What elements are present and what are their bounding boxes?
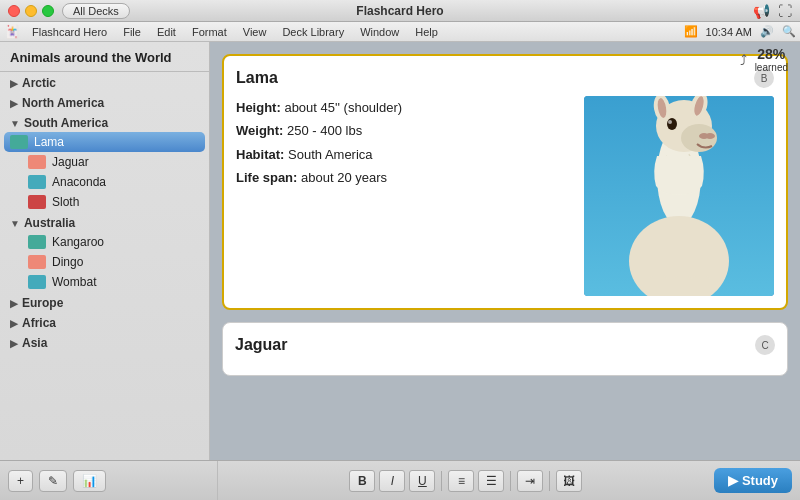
africa-label: Africa — [22, 316, 56, 330]
bold-button[interactable]: B — [349, 470, 375, 492]
menu-file[interactable]: File — [117, 25, 147, 39]
all-decks-button[interactable]: All Decks — [62, 3, 130, 19]
share-icon[interactable]: ⤴ — [740, 52, 747, 68]
traffic-lights — [8, 5, 54, 17]
time-display: 10:34 AM — [706, 26, 752, 38]
australia-label: Australia — [24, 216, 75, 230]
svg-point-10 — [668, 120, 672, 124]
title-bar: All Decks Flashcard Hero 📢 ⛶ — [0, 0, 800, 22]
wombat-icon — [28, 275, 46, 289]
list-button[interactable]: ☰ — [478, 470, 504, 492]
learned-indicator: 28% learned — [755, 46, 788, 73]
menu-help[interactable]: Help — [409, 25, 444, 39]
jaguar-badge: C — [755, 335, 775, 355]
toolbar-left: + ✎ 📊 — [8, 461, 218, 500]
chevron-right-icon: ▶ — [10, 298, 18, 309]
svg-point-9 — [667, 118, 677, 130]
sidebar-item-wombat[interactable]: Wombat — [0, 272, 209, 292]
add-card-button[interactable]: + — [8, 470, 33, 492]
fullscreen-icon[interactable]: ⛶ — [778, 3, 792, 19]
jaguar-flashcard-header: Jaguar C — [235, 335, 775, 355]
menu-window[interactable]: Window — [354, 25, 405, 39]
sidebar-item-south-america[interactable]: ▼ South America — [0, 112, 209, 132]
lama-icon — [10, 135, 28, 149]
menu-deck-library[interactable]: Deck Library — [276, 25, 350, 39]
play-icon: ▶ — [728, 473, 738, 488]
megaphone-icon[interactable]: 📢 — [753, 3, 770, 19]
chevron-down-icon: ▼ — [10, 118, 20, 129]
weight-label: Weight: — [236, 123, 283, 138]
flashcard-image — [584, 96, 774, 296]
europe-label: Europe — [22, 296, 63, 310]
sidebar-item-europe[interactable]: ▶ Europe — [0, 292, 209, 312]
sidebar-item-australia[interactable]: ▼ Australia — [0, 212, 209, 232]
dingo-icon — [28, 255, 46, 269]
study-button[interactable]: ▶ Study — [714, 468, 792, 493]
sidebar-item-asia[interactable]: ▶ Asia — [0, 332, 209, 352]
flashcard-jaguar[interactable]: Jaguar C — [222, 322, 788, 376]
south-america-label: South America — [24, 116, 108, 130]
sloth-label: Sloth — [52, 195, 79, 209]
chevron-right-icon: ▶ — [10, 78, 18, 89]
sidebar: Animals around the World ▶ Arctic ▶ Nort… — [0, 42, 210, 460]
italic-button[interactable]: I — [379, 470, 405, 492]
sidebar-item-jaguar[interactable]: Jaguar — [0, 152, 209, 172]
study-label: Study — [742, 473, 778, 488]
minimize-button[interactable] — [25, 5, 37, 17]
sidebar-item-sloth[interactable]: Sloth — [0, 192, 209, 212]
chevron-down-icon: ▼ — [10, 218, 20, 229]
status-bar-right: 📶 10:34 AM 🔊 🔍 — [684, 25, 796, 38]
fmt-separator-1 — [441, 471, 442, 491]
sidebar-item-dingo[interactable]: Dingo — [0, 252, 209, 272]
lama-label: Lama — [34, 135, 64, 149]
app-icon: 🃏 — [4, 24, 20, 39]
sidebar-item-lama[interactable]: Lama — [4, 132, 205, 152]
lifespan-value: about 20 years — [301, 170, 387, 185]
jaguar-label: Jaguar — [52, 155, 89, 169]
close-button[interactable] — [8, 5, 20, 17]
kangaroo-icon — [28, 235, 46, 249]
main-content: ⤴ 28% learned Lama B Height: about 45'' … — [210, 42, 800, 460]
volume-icon: 🔊 — [760, 25, 774, 38]
menu-bar: 🃏 Flashcard Hero File Edit Format View D… — [0, 22, 800, 42]
wifi-icon: 📶 — [684, 25, 698, 38]
menu-flashcard-hero[interactable]: Flashcard Hero — [26, 25, 113, 39]
flashcard-lama[interactable]: Lama B Height: about 45'' (shoulder) Wei… — [222, 54, 788, 310]
align-left-button[interactable]: ≡ — [448, 470, 474, 492]
chevron-right-icon: ▶ — [10, 318, 18, 329]
title-bar-right: 📢 ⛶ — [753, 3, 792, 19]
flashcard-title: Lama — [236, 69, 278, 87]
svg-rect-15 — [674, 276, 692, 296]
underline-button[interactable]: U — [409, 470, 435, 492]
menu-edit[interactable]: Edit — [151, 25, 182, 39]
app-title: Flashcard Hero — [356, 4, 443, 18]
maximize-button[interactable] — [42, 5, 54, 17]
chevron-right-icon: ▶ — [10, 98, 18, 109]
sidebar-item-anaconda[interactable]: Anaconda — [0, 172, 209, 192]
menu-view[interactable]: View — [237, 25, 273, 39]
bottom-toolbar: + ✎ 📊 B I U ≡ ☰ ⇥ 🖼 ▶ Study — [0, 460, 800, 500]
menu-format[interactable]: Format — [186, 25, 233, 39]
sidebar-item-africa[interactable]: ▶ Africa — [0, 312, 209, 332]
height-value: about 45'' (shoulder) — [284, 100, 402, 115]
north-america-label: North America — [22, 96, 104, 110]
arctic-label: Arctic — [22, 76, 56, 90]
lama-svg — [584, 96, 774, 296]
fmt-separator-2 — [510, 471, 511, 491]
sidebar-item-arctic[interactable]: ▶ Arctic — [0, 72, 209, 92]
sidebar-item-kangaroo[interactable]: Kangaroo — [0, 232, 209, 252]
indent-button[interactable]: ⇥ — [517, 470, 543, 492]
sloth-icon — [28, 195, 46, 209]
stats-button[interactable]: 📊 — [73, 470, 106, 492]
toolbar-center: B I U ≡ ☰ ⇥ 🖼 — [218, 470, 714, 492]
image-button[interactable]: 🖼 — [556, 470, 582, 492]
svg-rect-16 — [692, 276, 710, 296]
app-body: Animals around the World ▶ Arctic ▶ Nort… — [0, 42, 800, 460]
anaconda-icon — [28, 175, 46, 189]
search-icon[interactable]: 🔍 — [782, 25, 796, 38]
sidebar-item-north-america[interactable]: ▶ North America — [0, 92, 209, 112]
edit-button[interactable]: ✎ — [39, 470, 67, 492]
learned-area: ⤴ 28% learned — [740, 46, 788, 73]
dingo-label: Dingo — [52, 255, 83, 269]
sidebar-header: Animals around the World — [0, 42, 209, 72]
